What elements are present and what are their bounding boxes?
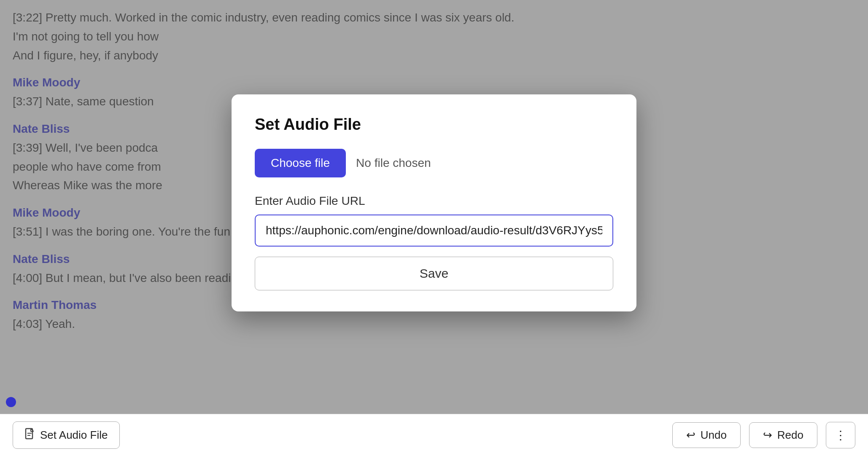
undo-button[interactable]: ↩ Undo bbox=[672, 422, 741, 448]
bottom-toolbar: Set Audio File ↩ Undo ↪ Redo ⋮ bbox=[0, 414, 868, 456]
file-chooser-row: Choose file No file chosen bbox=[255, 149, 613, 177]
toolbar-right: ↩ Undo ↪ Redo ⋮ bbox=[672, 422, 855, 448]
redo-icon: ↪ bbox=[763, 429, 772, 442]
url-input-label: Enter Audio File URL bbox=[255, 194, 613, 208]
audio-url-input[interactable] bbox=[255, 215, 613, 247]
undo-label: Undo bbox=[701, 429, 727, 442]
set-audio-file-label: Set Audio File bbox=[40, 429, 108, 442]
ellipsis-icon: ⋮ bbox=[835, 429, 846, 442]
document-icon bbox=[25, 428, 35, 443]
no-file-chosen-text: No file chosen bbox=[356, 156, 431, 170]
playback-position-dot bbox=[6, 397, 16, 407]
modal-title: Set Audio File bbox=[255, 115, 613, 134]
redo-button[interactable]: ↪ Redo bbox=[749, 422, 817, 448]
save-button[interactable]: Save bbox=[255, 257, 613, 290]
more-options-button[interactable]: ⋮ bbox=[826, 422, 855, 448]
set-audio-file-modal: Set Audio File Choose file No file chose… bbox=[232, 94, 636, 311]
undo-icon: ↩ bbox=[686, 429, 695, 442]
set-audio-file-button[interactable]: Set Audio File bbox=[13, 421, 120, 449]
choose-file-button[interactable]: Choose file bbox=[255, 149, 346, 177]
toolbar-left: Set Audio File bbox=[13, 421, 664, 449]
redo-label: Redo bbox=[777, 429, 803, 442]
